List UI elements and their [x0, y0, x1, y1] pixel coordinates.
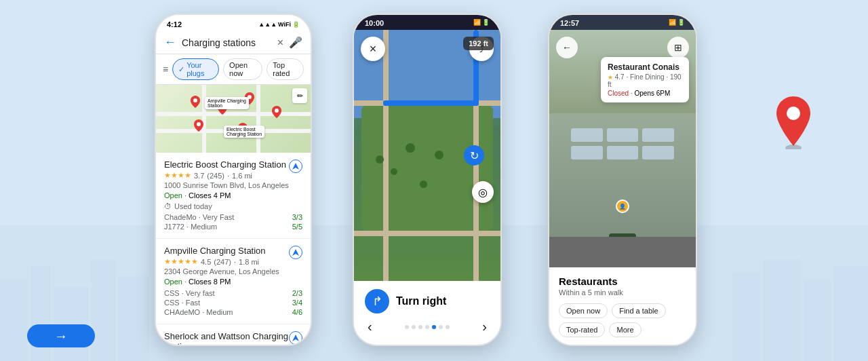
svg-marker-18 [292, 163, 299, 170]
station-1-status: Open · Closes 4 PM [164, 191, 302, 200]
mic-button[interactable]: 🎤 [289, 36, 302, 49]
station-1-usage: ⏱ Used today [164, 202, 302, 210]
back-button[interactable]: ← [164, 35, 176, 50]
charger-row-2-3: CHAdeMO · Medium 4/6 [164, 307, 302, 317]
signal-icons-1: ▲▲▲ WiFi 🔋 [258, 21, 300, 28]
svg-rect-8 [804, 280, 831, 361]
charger-row-2-1: CSS · Very fast 2/3 [164, 288, 302, 298]
time-1: 4:12 [167, 20, 182, 28]
station-1-nav[interactable] [289, 159, 302, 173]
compass-button[interactable]: ◎ [472, 181, 494, 203]
prev-step[interactable]: ‹ [368, 319, 372, 335]
svg-marker-20 [292, 335, 299, 341]
nav-progress: ‹ › [365, 319, 490, 335]
status-bar-3: 12:57 📶 🔋 [549, 15, 696, 30]
sv-back-button[interactable]: ← [556, 37, 578, 58]
map-label-1: Ampville ChargingStation [205, 97, 249, 109]
station-1-address: 1000 Sunrise Town Blvd, Los Angeles [164, 181, 302, 189]
restaurants-panel: Restaurants Within a 5 min walk × Open n… [549, 267, 696, 346]
status-bar-2: 10:00 📶 🔋 [354, 15, 500, 30]
svg-rect-1 [0, 280, 27, 361]
signal-icons-2: 📶 🔋 [473, 19, 490, 27]
chip-more[interactable]: More [609, 322, 641, 337]
next-step[interactable]: › [482, 319, 487, 335]
restaurant-status: Closed · Opens 6PM [608, 90, 682, 97]
large-map-pin [773, 95, 814, 149]
restaurant-name: Restaurant Conais [608, 62, 682, 72]
filter-bar: ≡ ✓ Your plugs Open now Top rated [156, 54, 311, 85]
status-bar-1: 4:12 ▲▲▲ WiFi 🔋 [156, 15, 311, 31]
map-pin-1 [190, 95, 201, 109]
map-pin-5 [193, 119, 204, 132]
panel-title: Restaurants [559, 276, 686, 287]
station-2-name: Ampville Charging Station [164, 246, 302, 256]
progress-dots [372, 325, 483, 329]
filter-open-now[interactable]: Open now [223, 58, 262, 80]
filter-your-plugs[interactable]: ✓ Your plugs [172, 58, 219, 80]
station-item-2[interactable]: Ampville Charging Station ★★★★★ 4.5 (247… [156, 239, 311, 324]
panel-subtitle: Within a 5 min walk [559, 288, 686, 297]
charger-row-1-2: J1772 · Medium 5/5 [164, 222, 302, 231]
station-1-name: Electric Boost Charging Station [164, 159, 302, 170]
filter-top-rated[interactable]: Top rated [267, 58, 304, 80]
map-pin-4 [271, 105, 282, 119]
svg-rect-3 [54, 286, 88, 361]
svg-rect-5 [119, 276, 149, 361]
phone-navigation: 10:00 📶 🔋 ↻ [353, 14, 502, 346]
nav-map[interactable]: ↻ × ⤴ 192 ft ◎ [354, 30, 500, 281]
chip-top-rated[interactable]: Top-rated [559, 322, 605, 337]
nav-instruction-panel: ↱ Turn right ‹ › [354, 281, 500, 343]
arrow-icon: → [54, 328, 68, 344]
map-preview[interactable]: Ampville ChargingStation Electric BoostC… [156, 85, 311, 153]
turn-icon: ↱ [365, 289, 389, 314]
station-3-nav[interactable] [289, 331, 302, 345]
turn-text: Turn right [396, 295, 446, 307]
nav-distance: 192 ft [463, 37, 494, 50]
svg-rect-9 [834, 266, 868, 361]
turn-instruction: ↱ Turn right [365, 289, 490, 314]
filter-icon[interactable]: ≡ [163, 64, 168, 75]
svg-point-11 [787, 107, 800, 120]
station-item-3[interactable]: Sherlock and Wattson Charging Station ★★… [156, 324, 311, 346]
time-3: 12:57 [560, 19, 579, 27]
svg-rect-4 [92, 259, 115, 361]
signal-icons-3: 📶 🔋 [669, 19, 685, 27]
station-3-name: Sherlock and Wattson Charging Station [164, 331, 302, 346]
phone-charging-stations: 4:12 ▲▲▲ WiFi 🔋 ← Charging stations × 🎤 … [155, 14, 312, 346]
svg-rect-6 [732, 273, 760, 361]
svg-point-16 [197, 122, 201, 126]
street-view-image[interactable]: ← ⊞ Restaurant Conais ★ 4.7 · Fine Dinin… [549, 30, 696, 267]
map-label-2: Electric BoostCharging Station [224, 126, 264, 138]
station-2-address: 2304 George Avenue, Los Angeles [164, 267, 302, 276]
blue-arrow: → [27, 324, 95, 347]
chip-open-now[interactable]: Open now [559, 303, 608, 318]
phone-street-view: 12:57 📶 🔋 ← [548, 14, 697, 346]
time-2: 10:00 [365, 19, 384, 27]
clear-button[interactable]: × [277, 37, 283, 49]
chip-find-table[interactable]: Find a table [612, 303, 665, 318]
map-edit-icon[interactable]: ✏ [292, 88, 307, 103]
panel-filter-chips: Open now Find a table Top-rated More [559, 303, 686, 337]
station-2-nav[interactable] [289, 246, 302, 259]
station-2-status: Open · Closes 8 PM [164, 278, 302, 286]
search-text: Charging stations [182, 37, 272, 48]
nav-close-button[interactable]: × [361, 37, 385, 61]
station-1-rating: ★★★★ 3.7 (245) · 1.6 mi [164, 171, 302, 180]
svg-point-12 [193, 98, 197, 102]
station-item-1[interactable]: Electric Boost Charging Station ★★★★ 3.7… [156, 153, 311, 239]
street-view-person: 👤 [616, 200, 629, 213]
charger-row-2-2: CSS · Fast 3/4 [164, 298, 302, 307]
restaurant-info-card[interactable]: Restaurant Conais ★ 4.7 · Fine Dining · … [601, 57, 689, 102]
svg-rect-7 [763, 259, 800, 361]
svg-marker-19 [292, 249, 299, 256]
search-bar[interactable]: ← Charging stations × 🎤 [156, 31, 311, 54]
station-2-rating: ★★★★★ 4.5 (247) · 1.8 mi [164, 257, 302, 266]
sv-menu-button[interactable]: ⊞ [667, 37, 689, 58]
svg-point-15 [275, 109, 279, 113]
charger-row-1-1: ChadeMo · Very Fast 3/3 [164, 212, 302, 222]
restaurant-rating: ★ 4.7 · Fine Dining · 190 ft [608, 73, 682, 88]
nav-arrow: ↻ [464, 145, 484, 166]
